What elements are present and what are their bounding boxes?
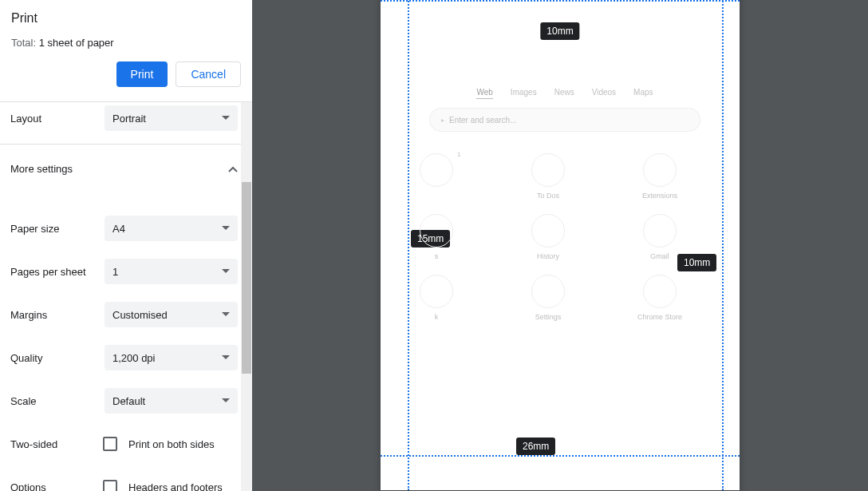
more-settings-label: More settings [10,163,73,175]
scale-value: Default [112,395,145,407]
preview-tab-images: Images [511,88,537,99]
preview-tab-maps: Maps [633,88,653,99]
preview-tabs: Web Images News Videos Maps [408,88,722,99]
chevron-down-icon [222,355,230,360]
pages-per-sheet-select[interactable]: 1 [105,259,238,284]
layout-select[interactable]: Portrait [105,105,238,131]
margins-label: Margins [10,309,105,321]
options-label: Options [10,481,103,492]
more-settings-toggle[interactable]: More settings [0,145,252,192]
print-button[interactable]: Print [116,61,168,87]
chevron-down-icon [222,269,230,274]
preview-tile: 1 [408,153,492,200]
preview-page[interactable]: 10mm 15mm 10mm 26mm Web Images News Vide… [381,0,740,490]
paper-size-value: A4 [112,223,125,235]
paper-size-select[interactable]: A4 [105,216,238,241]
scale-label: Scale [10,395,105,407]
scale-select[interactable]: Default [105,388,238,414]
chevron-down-icon [222,116,230,121]
page-content-preview: Web Images News Videos Maps Enter and se… [408,0,722,455]
print-settings-panel: Print Total: 1 sheet of paper Print Canc… [0,0,252,491]
preview-tile: Chrome Store [604,275,716,321]
two-sided-label: Two-sided [10,438,103,450]
preview-tile: Extensions [604,153,716,200]
layout-value: Portrait [112,113,146,125]
total-value: 1 sheet of paper [39,37,114,49]
preview-tile: Settings [492,275,604,321]
margin-guide-bottom[interactable] [381,455,740,457]
preview-tab-news: News [554,88,574,99]
total-prefix: Total: [11,37,39,49]
preview-tile: History [492,214,604,260]
quality-label: Quality [10,352,105,364]
chevron-down-icon [222,226,230,231]
chevron-down-icon [222,398,230,403]
pages-per-sheet-label: Pages per sheet [10,266,105,278]
panel-total: Total: 1 sheet of paper [11,37,241,49]
panel-title: Print [11,11,241,26]
scrollbar-thumb[interactable] [242,182,251,374]
headers-footers-checkbox-label: Headers and footers [128,481,223,492]
preview-tile: To Dos [492,153,604,200]
preview-tiles: 1 To Dos Extensions s History Gmail k Se… [408,153,716,321]
quality-select[interactable]: 1,200 dpi [105,345,238,370]
preview-tile: Gmail [604,214,716,260]
preview-tab-web: Web [476,88,492,99]
preview-tab-videos: Videos [592,88,616,99]
chevron-down-icon [222,312,230,317]
layout-label: Layout [10,113,105,125]
cancel-button[interactable]: Cancel [176,61,241,87]
quality-value: 1,200 dpi [112,352,156,364]
preview-tile: s [408,214,492,260]
pages-per-sheet-value: 1 [112,266,118,278]
preview-searchbar: Enter and search... [430,109,700,131]
preview-tile: k [408,275,492,321]
margins-select[interactable]: Customised [105,302,238,327]
scrollbar-track[interactable] [241,102,252,491]
chevron-up-icon [228,161,238,176]
print-preview-area: 10mm 15mm 10mm 26mm Web Images News Vide… [252,0,868,491]
margins-value: Customised [112,309,168,321]
margin-guide-right[interactable] [722,0,724,490]
two-sided-checkbox-label: Print on both sides [128,438,215,450]
paper-size-label: Paper size [10,223,105,235]
two-sided-checkbox[interactable] [103,437,117,451]
headers-footers-checkbox[interactable] [103,480,117,491]
